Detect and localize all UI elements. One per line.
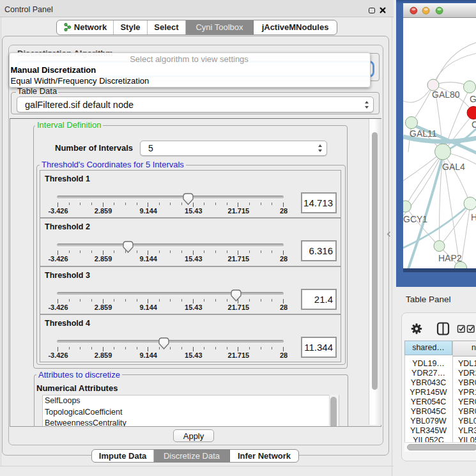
svg-text:H: H [471, 212, 476, 222]
svg-text:C: C [472, 119, 476, 130]
svg-text:GAL80: GAL80 [432, 89, 460, 100]
svg-text:GAL11: GAL11 [410, 128, 437, 139]
svg-text:GAL4: GAL4 [442, 162, 465, 172]
svg-text:GA: GA [470, 94, 476, 104]
svg-text:GCY1: GCY1 [403, 214, 427, 224]
svg-text:HAP2: HAP2 [438, 253, 462, 263]
